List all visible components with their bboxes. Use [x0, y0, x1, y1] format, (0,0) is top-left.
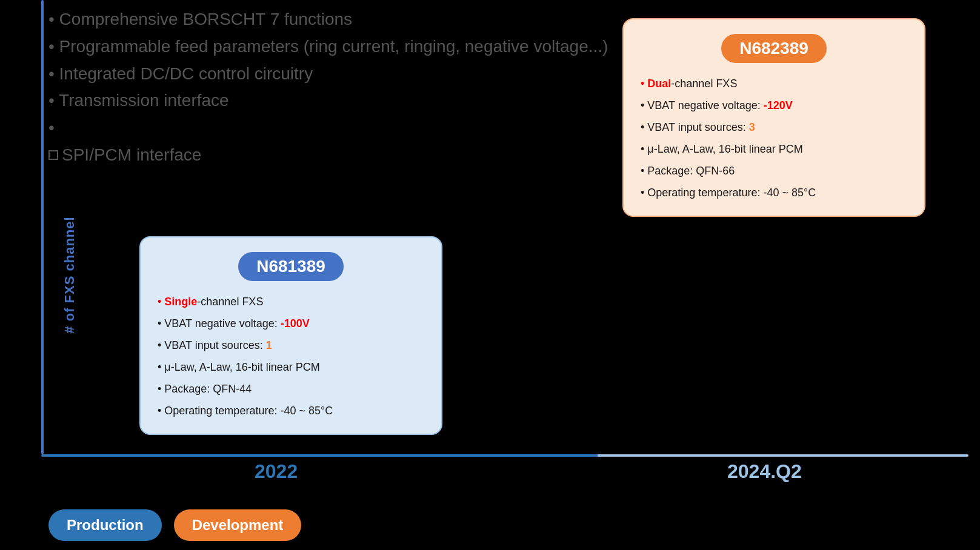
y-axis-line — [41, 0, 44, 454]
card-n682389-bullet2: VBAT negative voltage: -120V — [641, 94, 907, 116]
spi-checkbox — [48, 150, 58, 160]
feature-item-1: Comprehensive BORSCHT 7 functions — [48, 6, 608, 33]
legend: Production Development — [48, 509, 301, 541]
card-n682389-bullet3: VBAT input sources: 3 — [641, 116, 907, 138]
card-n681389-bullet4: μ-Law, A-Law, 16-bit linear PCM — [158, 356, 424, 378]
card-n682389-bullet1: Dual-channel FXS — [641, 73, 907, 94]
badge-production: Production — [48, 509, 162, 541]
card-n682389-bullet5: Package: QFN-66 — [641, 160, 907, 182]
x-axis-line — [41, 454, 968, 457]
card-n682389-title: N682389 — [721, 34, 827, 63]
feature-list: Comprehensive BORSCHT 7 functions Progra… — [48, 6, 608, 169]
y-axis-label: # of FXS channel — [62, 216, 78, 333]
card-n682389: N682389 Dual-channel FXS VBAT negative v… — [622, 18, 925, 217]
card-n681389-bullet5: Package: QFN-44 — [158, 378, 424, 400]
card-n682389-bullet6: Operating temperature: -40 ~ 85°C — [641, 182, 907, 204]
card-n682389-bullet4: μ-Law, A-Law, 16-bit linear PCM — [641, 138, 907, 160]
badge-development: Development — [174, 509, 302, 541]
card-n681389-bullet2: VBAT negative voltage: -100V — [158, 313, 424, 334]
feature-item-4: Transmission interface — [48, 87, 608, 114]
card-n681389-bullet3: VBAT input sources: 1 — [158, 334, 424, 356]
feature-item-3: Integrated DC/DC control circuitry — [48, 61, 608, 88]
feature-item-5: SPI/PCM interface — [48, 114, 608, 169]
timeline-2024-label: 2024.Q2 — [727, 460, 802, 483]
feature-item-2: Programmable feed parameters (ring curre… — [48, 33, 608, 61]
card-n681389-bullet1: Single-channel FXS — [158, 291, 424, 313]
card-n681389: N681389 Single-channel FXS VBAT negative… — [139, 236, 442, 435]
timeline-2022-label: 2022 — [255, 460, 298, 483]
card-n681389-bullet6: Operating temperature: -40 ~ 85°C — [158, 400, 424, 422]
card-n681389-title: N681389 — [238, 252, 344, 281]
